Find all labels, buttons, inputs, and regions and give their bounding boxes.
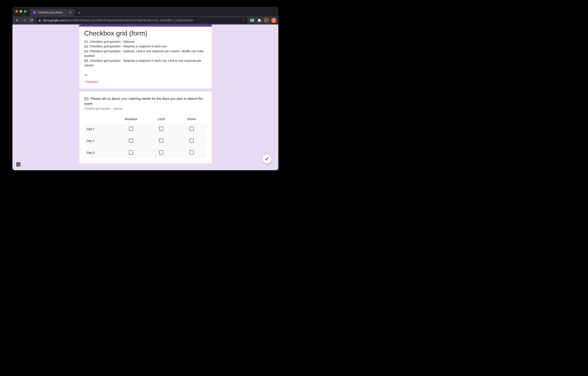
grid-row: Day 1: [84, 123, 207, 135]
checkbox[interactable]: [129, 127, 133, 131]
address-bar[interactable]: docs.google.com/forms/d/e/1FAIpQLScCB9MY…: [36, 17, 248, 23]
new-tab-button[interactable]: +: [77, 10, 82, 16]
form-container: Checkbox grid (form) Q1. Checkbox grid q…: [79, 24, 212, 164]
arrow-right-icon: [22, 18, 26, 22]
pencil-icon: [265, 157, 269, 161]
extension-badge-icon[interactable]: ⬆: [271, 17, 277, 23]
checkbox-grid: Breakfast Lunch Dinner Day 1: [84, 115, 207, 158]
browser-window: ≡ Checkbox grid (form) ✕ + docs.google.c…: [12, 7, 278, 170]
active-tab[interactable]: ≡ Checkbox grid (form) ✕: [30, 9, 74, 16]
tab-strip: ≡ Checkbox grid (form) ✕ +: [30, 7, 82, 16]
checkbox[interactable]: [189, 139, 194, 143]
question-card-q1: Q1. Please tell us about your catering n…: [79, 91, 212, 164]
minimize-window-button[interactable]: [20, 10, 22, 13]
browser-toolbar: docs.google.com/forms/d/e/1FAIpQLScCB9MY…: [12, 16, 278, 24]
extensions-menu-icon[interactable]: [256, 17, 262, 23]
tab-title: Checkbox grid (form): [38, 11, 67, 14]
grid-row: Day 3: [84, 147, 207, 158]
column-header: Dinner: [176, 117, 207, 121]
extension-mail-icon[interactable]: [249, 17, 255, 23]
edit-form-fab[interactable]: [262, 154, 272, 164]
lock-icon: [38, 19, 41, 22]
reload-icon: [30, 18, 33, 22]
page-viewport[interactable]: Checkbox grid (form) Q1. Checkbox grid q…: [12, 24, 278, 170]
form-accent-bar: [79, 24, 212, 27]
profile-avatar[interactable]: [263, 17, 270, 23]
maximize-window-button[interactable]: [24, 10, 26, 13]
form-description: Q1. Checkbox grid question - Optional Q2…: [84, 39, 207, 77]
form-title: Checkbox grid (form): [84, 29, 207, 37]
url-text: docs.google.com/forms/d/e/1FAIpQLScCB9MY…: [43, 19, 193, 22]
form-header-card: Checkbox grid (form) Q1. Checkbox grid q…: [79, 24, 212, 89]
checkbox[interactable]: [189, 127, 194, 131]
column-header: Breakfast: [116, 117, 146, 121]
close-tab-icon[interactable]: ✕: [69, 11, 72, 14]
window-controls: [15, 10, 26, 13]
grid-row: Day 2: [84, 135, 207, 146]
forward-button[interactable]: [21, 17, 27, 23]
reload-button[interactable]: [29, 17, 34, 23]
question-title: Q1. Please tell us about your catering n…: [84, 96, 207, 106]
checkbox[interactable]: [159, 150, 163, 155]
checkbox[interactable]: [129, 150, 133, 155]
checkbox[interactable]: [189, 150, 194, 155]
arrow-left-icon: [15, 18, 19, 22]
question-subtitle: Checkbox grid question - Optional: [84, 107, 207, 110]
titlebar: ≡ Checkbox grid (form) ✕ +: [12, 7, 278, 16]
close-window-button[interactable]: [15, 10, 18, 13]
row-label: Day 1: [84, 127, 116, 131]
checkbox[interactable]: [129, 139, 133, 143]
checkbox[interactable]: [159, 139, 163, 143]
report-problem-icon[interactable]: !: [16, 162, 21, 166]
column-header: Lunch: [146, 117, 176, 121]
row-label: Day 3: [84, 151, 116, 154]
bookmark-star-icon[interactable]: ☆: [243, 19, 245, 22]
back-button[interactable]: [14, 17, 20, 23]
required-legend: * Required: [84, 80, 207, 84]
forms-favicon-icon: ≡: [33, 11, 36, 14]
grid-header-row: Breakfast Lunch Dinner: [84, 115, 207, 123]
row-label: Day 2: [84, 139, 116, 143]
checkbox[interactable]: [159, 127, 163, 131]
